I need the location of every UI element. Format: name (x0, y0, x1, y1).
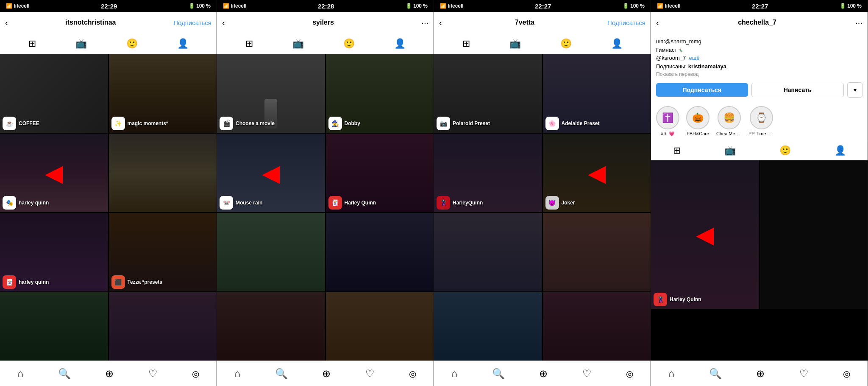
grid-cell-world[interactable]: 🧙 Dobby (326, 54, 434, 133)
bio-line4: Подписаны: kristinamalaya (656, 62, 862, 71)
search-icon-2[interactable]: 🔍 (275, 368, 288, 380)
grid-cell-p2r4c2[interactable] (326, 292, 434, 361)
grid-tab-4[interactable]: ⊞ (673, 145, 681, 156)
person-tab-3[interactable]: 👤 (611, 38, 623, 49)
filter-name-mouserain: Mouse rain (236, 200, 262, 206)
profile-tabs-4: ⊞ 📺 🙂 👤 (651, 141, 868, 160)
phone-panel-3: 📶 lifecell 22:27 🔋 100 % ‹ 7vetta Подпис… (434, 0, 651, 386)
grid-cell-adelaide[interactable]: 🌸 Adelaide Preset (543, 54, 651, 133)
profile-icon-2[interactable]: ◎ (409, 369, 416, 379)
grid-tab-1[interactable]: ⊞ (28, 38, 36, 49)
face-tab-1[interactable]: 🙂 (126, 38, 138, 49)
home-icon-1[interactable]: ⌂ (17, 368, 24, 380)
battery-3: 🔋 100 % (623, 3, 645, 9)
heart-icon-1[interactable]: ♡ (148, 368, 158, 380)
heart-icon-4[interactable]: ♡ (799, 368, 809, 380)
grid-cell-p2r3c1[interactable] (217, 213, 325, 291)
grid-cell-polaroid[interactable]: 📷 Polaroid Preset (434, 54, 542, 133)
grid-cell-harley2[interactable]: 🃏 Harley Quinn (326, 134, 434, 212)
grid-cell-tezza[interactable]: ⬛ Tezza *presets (109, 213, 217, 291)
grid-cell-harley-filter[interactable]: 🃏 harley quinn (0, 213, 108, 291)
highlight-circle-cheat: 🍔 (718, 106, 741, 129)
face-tab-3[interactable]: 🙂 (560, 38, 572, 49)
heart-icon-2[interactable]: ♡ (365, 368, 375, 380)
grid-tab-3[interactable]: ⊞ (462, 38, 470, 49)
bio-translate[interactable]: Показать перевод (656, 70, 862, 78)
message-btn[interactable]: Написать (751, 83, 844, 97)
highlight-tb[interactable]: ✝️ #tb 💗 (656, 106, 679, 137)
grid-tab-2[interactable]: ⊞ (245, 38, 253, 49)
grid-cell-p2r4c1[interactable] (217, 292, 325, 361)
search-icon-4[interactable]: 🔍 (709, 368, 722, 380)
face-tab-2[interactable]: 🙂 (343, 38, 355, 49)
profile-tabs-3: ⊞ 📺 🙂 👤 (434, 33, 651, 54)
profile-icon-4[interactable]: ◎ (843, 369, 850, 379)
grid-cell-coffee[interactable]: ☕ COFFEE (0, 54, 108, 133)
grid-cell-harleyq3[interactable]: 🦹 HarleyQuinn (434, 134, 542, 212)
subscribe-action-btn[interactable]: Подписаться (656, 83, 748, 97)
person-tag-4[interactable]: 👤 (835, 145, 846, 156)
add-icon-3[interactable]: ⊕ (539, 368, 548, 380)
grid-cell-plants[interactable] (0, 292, 108, 361)
search-icon-1[interactable]: 🔍 (58, 368, 71, 380)
back-button-1[interactable]: ‹ (5, 18, 8, 28)
home-icon-3[interactable]: ⌂ (451, 368, 458, 380)
username-1: itsnotchristinaa (65, 19, 116, 26)
subscribe-button-1[interactable]: Подписаться (173, 19, 211, 26)
grid-cell-harley-main[interactable]: ◀ 🦹 Harley Quinn (651, 160, 759, 309)
grid-cell-dance[interactable]: 🎬 Choose a movie (217, 54, 325, 133)
search-icon-3[interactable]: 🔍 (492, 368, 505, 380)
highlight-fbh[interactable]: 🎃 FBH&Care (686, 106, 709, 137)
filter-name-dobby: Dobby (345, 120, 360, 126)
home-icon-2[interactable]: ⌂ (234, 368, 241, 380)
home-icon-4[interactable]: ⌂ (668, 368, 675, 380)
more-button-2[interactable]: ··· (421, 18, 428, 28)
highlight-circle-fbh: 🎃 (686, 106, 709, 129)
highlight-pp[interactable]: ⌚ PP Time⌚... (748, 106, 774, 137)
add-icon-4[interactable]: ⊕ (756, 368, 765, 380)
photo-grid-2: 🎬 Choose a movie 🧙 Dobby ◀ 🐭 Mouse rain (217, 54, 434, 361)
grid-cell-joker[interactable]: ◀ 😈 Joker (543, 134, 651, 212)
tv-tab-3[interactable]: 📺 (509, 38, 521, 49)
grid-cell-p2r3c2[interactable] (326, 213, 434, 291)
add-icon-2[interactable]: ⊕ (322, 368, 331, 380)
profile-icon-1[interactable]: ◎ (192, 369, 199, 379)
grid-cell-p3r4c1[interactable] (434, 292, 542, 361)
tv-tab-1[interactable]: 📺 (75, 38, 87, 49)
face-tab-4[interactable]: 🙂 (779, 145, 791, 156)
highlight-label-pp: PP Time⌚... (748, 131, 774, 137)
bio-line1: ша:@snarm_mmg (656, 37, 862, 46)
filter-icon-movie: 🎬 (220, 117, 233, 130)
person-tab-2[interactable]: 👤 (394, 38, 406, 49)
filter-name-harleyq: Harley Quinn (345, 200, 376, 206)
tv-tab-4[interactable]: 📺 (724, 145, 736, 156)
grid-cell-p3r3c2[interactable] (543, 213, 651, 291)
heart-icon-3[interactable]: ♡ (582, 368, 592, 380)
grid-cell-girl2[interactable] (109, 134, 217, 212)
highlight-label-tb: #tb 💗 (661, 131, 674, 137)
profile-icon-3[interactable]: ◎ (626, 369, 633, 379)
photo-grid-3: 📷 Polaroid Preset 🌸 Adelaide Preset 🦹 Ha… (434, 54, 651, 361)
person-tab-1[interactable]: 👤 (177, 38, 189, 49)
more-button-4[interactable]: ··· (855, 18, 862, 28)
grid-cell-dark-panel[interactable] (760, 160, 868, 309)
add-icon-1[interactable]: ⊕ (105, 368, 114, 380)
grid-cell-p3r3c1[interactable] (434, 213, 542, 291)
back-button-2[interactable]: ‹ (222, 18, 225, 28)
bio-line3: @ksroom_7 ещё (656, 54, 862, 62)
highlight-cheat[interactable]: 🍔 CheatMeal... (716, 106, 742, 137)
tv-tab-2[interactable]: 📺 (292, 38, 304, 49)
dropdown-btn[interactable]: ▾ (847, 82, 862, 98)
profile-tabs-1: ⊞ 📺 🙂 👤 (0, 33, 217, 54)
grid-cell-p3r4c2[interactable] (543, 292, 651, 361)
grid-cell-butterflies[interactable]: ◀ 🐭 Mouse rain (217, 134, 325, 212)
subscribe-button-3[interactable]: Подписаться (607, 19, 645, 26)
back-button-3[interactable]: ‹ (439, 18, 442, 28)
back-button-4[interactable]: ‹ (656, 18, 659, 28)
grid-cell-magic[interactable]: ✨ magic moments* (109, 54, 217, 133)
grid-cell-girl1[interactable]: ◀ 🎭 harley quinn (0, 134, 108, 212)
phone-panel-4: 📶 lifecell 22:27 🔋 100 % ‹ chechella_7 ·… (651, 0, 868, 386)
grid-cell-girl3[interactable] (109, 292, 217, 361)
filter-name-polaroid: Polaroid Preset (453, 120, 490, 126)
highlight-circle-tb: ✝️ (656, 106, 679, 129)
